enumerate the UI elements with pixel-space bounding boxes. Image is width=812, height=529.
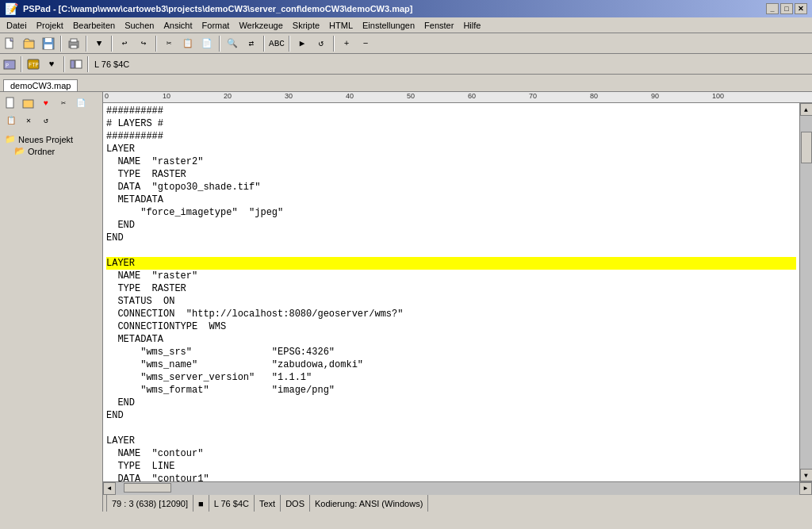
code-line-13-highlight: LAYER [106,257,796,270]
scroll-thumb[interactable] [801,132,812,163]
sidebar-item-new-project[interactable]: 📁 Neues Projekt [3,133,99,145]
sidebar-toggle-button[interactable] [68,56,84,72]
menu-ansicht[interactable]: Ansicht [159,19,197,32]
code-line-28: NAME "contour" [106,447,796,460]
code-line-27: LAYER [106,435,796,447]
ftp-button[interactable]: FTP [25,56,41,72]
hscroll-right-button[interactable]: ► [799,482,812,495]
menu-einstellungen[interactable]: Einstellungen [358,19,419,32]
status-encoding: Kodierung: ANSI (Windows) [310,495,428,512]
print-button[interactable] [65,35,82,52]
tab-bar: demoCW3.map [0,75,812,92]
status-line-ending: DOS [281,495,310,512]
sidebar-toolbar: ♥ ✂ 📄 📋 ✕ ↺ [3,95,99,128]
svg-rect-14 [6,98,13,108]
line-info: L 76 $4C [214,499,249,508]
code-line-10: END [106,219,796,232]
menu-projekt[interactable]: Projekt [32,19,68,32]
char-count: (638) [136,499,157,508]
spell-button[interactable]: ABC [268,35,285,52]
sidebar-cut-icon[interactable]: ✂ [56,95,71,111]
scroll-down-button[interactable]: ▼ [800,469,813,481]
svg-text:FTP: FTP [29,62,39,68]
new-project-button[interactable]: P [2,56,17,72]
replace-button[interactable]: ⇄ [243,35,260,52]
save-button[interactable] [40,35,57,52]
sidebar-copy-icon[interactable]: 📄 [73,95,89,111]
sidebar-delete-icon[interactable]: ✕ [21,113,36,128]
search-button[interactable]: 🔍 [224,35,241,52]
sidebar-item-folder[interactable]: 📂 Ordner [3,145,99,157]
menu-bearbeiten[interactable]: Bearbeiten [68,19,120,32]
heart-button[interactable]: ♥ [43,56,60,73]
sidebar-new-icon[interactable] [3,95,19,111]
dropdown-btn[interactable]: ▼ [90,35,108,52]
code-line-24: END [106,397,796,409]
copy-button[interactable]: 📋 [179,35,197,52]
code-line-1: ########## [106,105,796,117]
refresh-button[interactable]: ↺ [312,35,330,52]
window-title: PSPad - [C:\wamp\www\cartoweb3\projects\… [23,4,412,13]
app-icon: 📝 [5,2,18,15]
code-line-30: DATA "contour1" [106,473,796,481]
open-button[interactable] [21,35,38,52]
hscroll-track[interactable] [116,482,799,495]
maximize-button[interactable]: □ [780,3,793,14]
scroll-up-button[interactable]: ▲ [800,103,813,116]
toolbar-separator-8 [333,36,335,52]
sidebar: ♥ ✂ 📄 📋 ✕ ↺ 📁 Neues Projekt 📂 Ordner [0,92,103,512]
horizontal-scrollbar: ◄ ► [103,481,812,494]
menu-fenster[interactable]: Fenster [419,19,458,32]
tab-democw3[interactable]: demoCW3.map [3,79,78,91]
menu-html[interactable]: HTML [324,19,358,32]
toolbar-separator-2 [86,36,87,52]
menu-skripte[interactable]: Skripte [288,19,324,32]
menu-format[interactable]: Format [197,19,235,32]
toolbar-row-1: ▼ ↩ ↪ ✂ 📋 📄 🔍 ⇄ ABC ▶ ↺ + − [0,33,812,54]
redo-button[interactable]: ↪ [135,35,152,52]
menu-datei[interactable]: Datei [2,19,32,32]
code-line-14: NAME "raster" [106,270,796,282]
toolbar-separator-1 [60,36,62,52]
svg-text:P: P [6,63,9,69]
code-line-5: NAME "raster2" [106,155,796,168]
title-bar: 📝 PSPad - [C:\wamp\www\cartoweb3\project… [0,0,812,17]
vertical-scrollbar: ▲ ▼ [799,103,812,481]
sidebar-paste-icon[interactable]: 📋 [3,113,19,128]
main-area: ♥ ✂ 📄 📋 ✕ ↺ 📁 Neues Projekt 📂 Ordner 0 1… [0,92,812,512]
scroll-track[interactable] [800,116,813,469]
toolbar-separator-9 [21,56,22,72]
cut-button[interactable]: ✂ [160,35,178,52]
sidebar-open-icon[interactable] [21,95,36,111]
hscroll-thumb[interactable] [124,483,171,493]
run-button[interactable]: ▶ [293,35,311,52]
zoom-out-button[interactable]: − [357,35,374,52]
paste-button[interactable]: 📄 [198,35,216,52]
status-bar: 79 : 3 (638) [12090] ■ L 76 $4C Text DOS… [103,494,812,512]
code-line-3: ########## [106,130,796,143]
menu-suchen[interactable]: Suchen [120,19,159,32]
encoding: Kodierung: ANSI (Windows) [315,499,423,508]
undo-button[interactable]: ↩ [116,35,133,52]
minimize-button[interactable]: _ [766,3,779,14]
code-line-18: CONNECTIONTYPE WMS [106,320,796,333]
zoom-level: [12090] [159,499,188,508]
menu-hilfe[interactable]: Hilfe [458,19,485,32]
menu-werkzeuge[interactable]: Werkzeuge [234,19,287,32]
sidebar-refresh-icon[interactable]: ↺ [38,113,54,128]
editor-row: ########### LAYERS ###########LAYER NAME… [103,103,812,481]
zoom-in-button[interactable]: + [338,35,355,52]
status-indicator: ■ [198,499,204,508]
svg-rect-3 [45,38,52,42]
status-line-info: L 76 $4C [209,495,255,512]
hscroll-left-button[interactable]: ◄ [103,482,116,495]
sidebar-heart-icon[interactable]: ♥ [38,95,54,111]
status-indicator-box: ■ [193,495,209,512]
code-area[interactable]: ########### LAYERS ###########LAYER NAME… [103,103,799,481]
svg-rect-6 [71,39,77,42]
editor-wrapper: 0 10 20 30 40 50 60 70 80 90 100 #######… [103,92,812,512]
close-button[interactable]: ✕ [795,3,807,14]
menu-bar: Datei Projekt Bearbeiten Suchen Ansicht … [0,17,812,33]
new-file-button[interactable] [2,35,19,52]
code-line-17: CONNECTION "http://localhost:8080/geoser… [106,308,796,320]
